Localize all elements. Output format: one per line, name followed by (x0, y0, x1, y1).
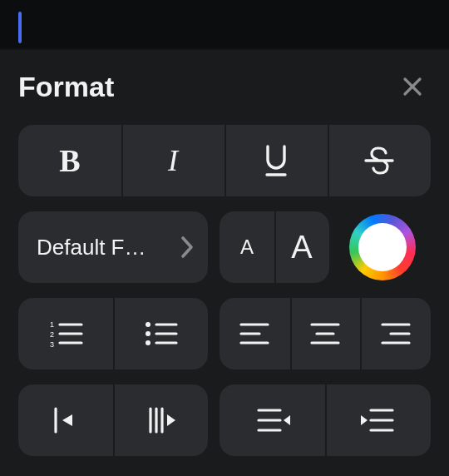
panel-header: Format (18, 63, 431, 110)
svg-marker-35 (361, 415, 368, 425)
close-icon (401, 75, 424, 98)
numbered-list-button[interactable]: 1 2 3 (18, 298, 113, 369)
italic-icon: I (168, 143, 178, 178)
font-size-decrease-button[interactable]: A (220, 211, 274, 283)
align-right-button[interactable] (360, 298, 431, 369)
svg-text:2: 2 (50, 330, 54, 339)
indent-increase-icon (142, 404, 179, 437)
bulleted-list-icon (141, 317, 180, 350)
close-button[interactable] (394, 68, 431, 105)
svg-text:3: 3 (50, 340, 54, 349)
font-family-label: Default F… (37, 235, 146, 260)
svg-marker-34 (284, 415, 290, 425)
large-a-icon: A (291, 230, 312, 265)
italic-button[interactable]: I (121, 125, 224, 196)
indent-decrease-button[interactable] (18, 384, 113, 456)
format-panel: Format B I (0, 50, 449, 476)
document-editor-area[interactable] (0, 0, 449, 48)
text-cursor (18, 12, 22, 43)
svg-marker-26 (62, 414, 72, 426)
svg-point-12 (146, 340, 150, 345)
font-size-increase-button[interactable]: A (274, 211, 329, 283)
svg-point-10 (146, 322, 150, 327)
font-family-picker[interactable]: Default F… (18, 211, 208, 283)
underline-icon (262, 143, 290, 178)
text-direction-rtl-button[interactable] (220, 384, 325, 456)
indent-decrease-icon (47, 404, 84, 437)
text-direction-ltr-icon (358, 404, 399, 437)
svg-point-11 (146, 331, 150, 336)
chevron-right-icon (180, 235, 195, 260)
text-direction-ltr-button[interactable] (325, 384, 431, 456)
underline-button[interactable] (224, 125, 328, 196)
svg-marker-30 (167, 414, 175, 426)
svg-text:1: 1 (50, 320, 54, 329)
strikethrough-icon (363, 144, 396, 177)
color-swatch-icon (358, 223, 407, 271)
small-a-icon: A (240, 236, 254, 259)
align-center-icon (308, 320, 342, 348)
strikethrough-button[interactable] (328, 125, 431, 196)
text-color-picker[interactable] (349, 214, 416, 280)
bulleted-list-button[interactable] (113, 298, 208, 369)
numbered-list-icon: 1 2 3 (47, 317, 85, 350)
align-center-button[interactable] (290, 298, 361, 369)
bold-button[interactable]: B (18, 125, 121, 196)
panel-title: Format (18, 71, 114, 103)
align-left-icon (238, 320, 271, 348)
indent-increase-button[interactable] (113, 384, 208, 456)
text-direction-rtl-icon (252, 404, 294, 437)
align-left-button[interactable] (220, 298, 290, 369)
bold-icon: B (59, 142, 80, 179)
align-right-icon (379, 320, 412, 348)
